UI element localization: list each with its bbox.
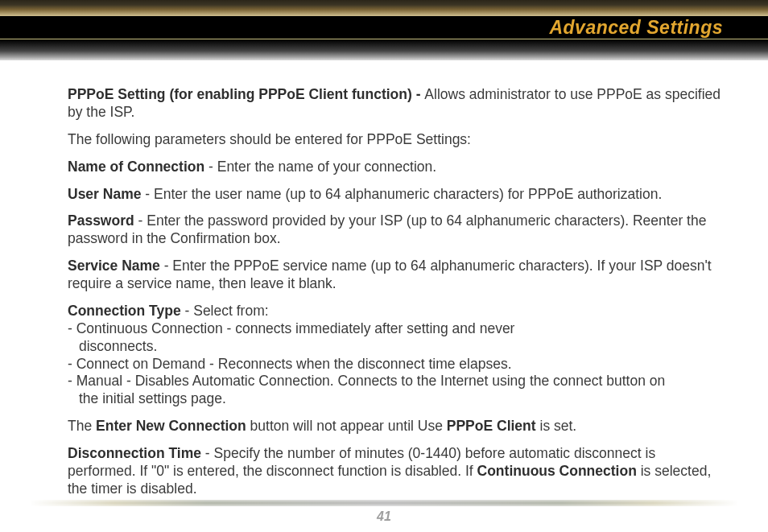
label-pppoe-client: PPPoE Client [447, 418, 536, 434]
text-connection-type: - Select from: [181, 303, 269, 319]
para-disconnection-time: Disconnection Time - Specify the number … [68, 445, 723, 498]
label-password: Password [68, 212, 134, 229]
footer: 41 [0, 500, 768, 522]
option-manual-cont: the initial settings page. [68, 390, 723, 408]
label-enter-new-connection: Enter New Connection [96, 418, 246, 434]
content-area: PPPoE Setting (for enabling PPPoE Client… [0, 60, 768, 498]
label-name-of-connection: Name of Connection [68, 159, 204, 175]
page-number: 41 [377, 509, 391, 523]
text-name-of-connection: - Enter the name of your connection. [204, 159, 436, 175]
option-continuous-cont: disconnects. [68, 338, 723, 356]
label-disconnection-time: Disconnection Time [68, 445, 201, 461]
text-post: is set. [536, 418, 577, 434]
para-name-of-connection: Name of Connection - Enter the name of y… [68, 159, 723, 176]
top-gradient-bar [0, 0, 768, 16]
option-continuous: - Continuous Connection - connects immed… [68, 320, 723, 338]
label-service-name: Service Name [68, 258, 160, 274]
para-service-name: Service Name - Enter the PPPoE service n… [68, 258, 723, 293]
label-user-name: User Name [68, 186, 141, 202]
option-on-demand: - Connect on Demand - Reconnects when th… [68, 356, 723, 373]
para-enter-new-connection: The Enter New Connection button will not… [68, 418, 723, 435]
text-user-name: - Enter the user name (up to 64 alphanum… [141, 186, 662, 202]
text-mid: button will not appear until Use [246, 418, 447, 434]
para-user-name: User Name - Enter the user name (up to 6… [68, 186, 723, 204]
para-intro: The following parameters should be enter… [68, 131, 723, 149]
para-connection-type: Connection Type - Select from: - Continu… [68, 303, 723, 408]
title-band: Advanced Settings [0, 16, 768, 39]
label-pppoe-setting: PPPoE Setting (for enabling PPPoE Client… [68, 86, 424, 102]
option-manual: - Manual - Disables Automatic Connection… [68, 373, 723, 390]
text-service-name: - Enter the PPPoE service name (up to 64… [68, 258, 712, 291]
para-pppoe-setting: PPPoE Setting (for enabling PPPoE Client… [68, 86, 723, 122]
page-title: Advanced Settings [549, 16, 723, 39]
footer-divider [29, 500, 739, 506]
text-pre: The [68, 418, 96, 434]
label-continuous-connection: Continuous Connection [477, 463, 637, 479]
label-connection-type: Connection Type [68, 303, 181, 319]
sub-gradient-bar [0, 39, 768, 60]
text-password: - Enter the password provided by your IS… [68, 212, 706, 246]
para-password: Password - Enter the password provided b… [68, 212, 723, 248]
